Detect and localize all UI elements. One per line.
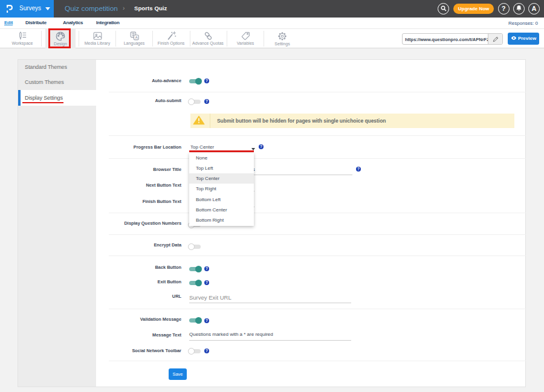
svg-text:A: A [135,36,138,39]
